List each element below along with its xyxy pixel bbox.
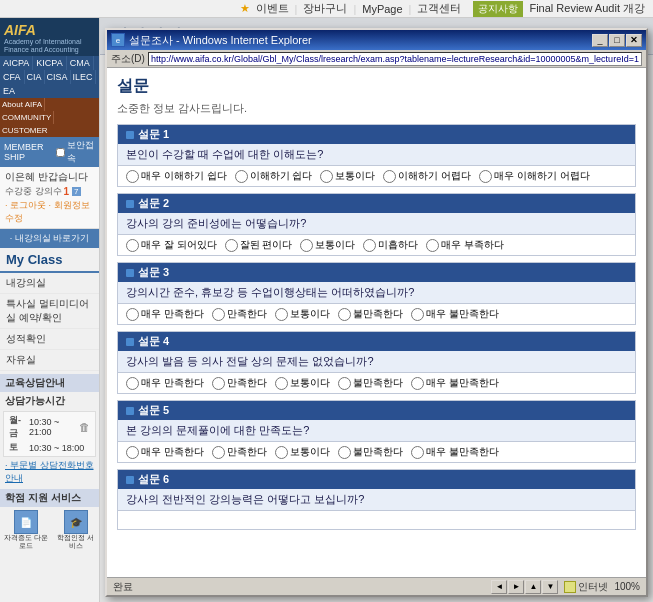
sidebar-item-grade[interactable]: 성적확인 — [0, 329, 99, 350]
option-4-3[interactable]: 보통이다 — [275, 376, 330, 390]
option-5-3[interactable]: 보통이다 — [275, 445, 330, 459]
question-options-4: 매우 만족한다 만족한다 보통이다 불만족한다 매우 불만족한다 — [118, 373, 635, 393]
save-label: 보안접속 — [67, 139, 95, 165]
education-title: 교육상담안내 — [0, 374, 99, 392]
about-tabs: About AIFA COMMUNITY CUSTOMER — [0, 98, 99, 137]
tab-cfa[interactable]: CFA — [0, 70, 25, 84]
myclass-title: My Class — [0, 248, 99, 273]
option-2-1[interactable]: 매우 잘 되어있다 — [126, 238, 217, 252]
top-bar: ★ 이벤트 | 장바구니 | MyPage | 고객센터 공지사항 Final … — [0, 0, 653, 18]
tab-cisa[interactable]: CISA — [45, 70, 71, 84]
scroll-up-btn[interactable]: ▲ — [525, 580, 541, 594]
question-header-1: 설문 1 — [118, 125, 635, 144]
scroll-right-btn[interactable]: ► — [508, 580, 524, 594]
question-block-3: 설문 3 강의시간 준수, 휴보강 등 수업이행상태는 어떠하였습니까? 매우 … — [117, 262, 636, 325]
question-text-3: 강의시간 준수, 휴보강 등 수업이행상태는 어떠하였습니까? — [118, 282, 635, 304]
ie-address-input[interactable] — [148, 52, 642, 66]
nav-tabs: AICPA KICPA CMA CFA CIA CISA ILEC EA — [0, 56, 99, 98]
ie-controls: _ □ ✕ — [592, 34, 642, 47]
option-4-1[interactable]: 매우 만족한다 — [126, 376, 204, 390]
addr-label: 주소(D) — [111, 52, 145, 66]
option-5-1[interactable]: 매우 만족한다 — [126, 445, 204, 459]
announcement-btn[interactable]: 공지사항 — [473, 1, 523, 17]
option-2-2[interactable]: 잘된 편이다 — [225, 238, 293, 252]
ie-titlebar: e 설문조사 - Windows Internet Explorer _ □ ✕ — [107, 30, 646, 50]
option-1-5[interactable]: 매우 이해하기 어렵다 — [479, 169, 590, 183]
tab-customer[interactable]: CUSTOMER — [0, 124, 50, 137]
option-4-4[interactable]: 불만족한다 — [338, 376, 403, 390]
sidebar-item-naegang[interactable]: 내강의실 — [0, 273, 99, 294]
membership-label: MEMBER SHIP — [4, 142, 54, 162]
announcement-text: Final Review Audit 개강 — [529, 1, 645, 16]
mypage-link[interactable]: MyPage — [362, 3, 402, 15]
question-options-5: 매우 만족한다 만족한다 보통이다 불만족한다 매우 불만족한다 — [118, 442, 635, 462]
sidebar-item-special[interactable]: 특사실 멀티미디어실 예약/확인 — [0, 294, 99, 329]
question-block-2: 설문 2 강사의 강의 준비성에는 어떻습니까? 매우 잘 되어있다 잘된 편이… — [117, 193, 636, 256]
sidebar-item-free[interactable]: 자유실 — [0, 350, 99, 371]
option-3-5[interactable]: 매우 불만족한다 — [411, 307, 499, 321]
ie-close-btn[interactable]: ✕ — [626, 34, 642, 47]
update-btn[interactable]: 7 — [72, 187, 80, 196]
ie-maximize-btn[interactable]: □ — [609, 34, 625, 47]
option-2-3[interactable]: 보통이다 — [300, 238, 355, 252]
trash-icon[interactable]: 🗑 — [79, 421, 90, 433]
tab-cma[interactable]: CMA — [67, 56, 94, 70]
logo: AIFA Academy of InternationalFinance and… — [0, 18, 99, 56]
scroll-arrows: ◄ ► ▲ ▼ — [491, 580, 558, 594]
tab-ilec[interactable]: ILEC — [71, 70, 96, 84]
main-content: 내강의실 🏠 My Class ▶ 내강의실 ▶ 내강의실 e — [100, 18, 653, 602]
question-text-2: 강사의 강의 준비성에는 어떻습니까? — [118, 213, 635, 235]
question-options-1: 매우 이해하기 쉽다 이해하기 쉽다 보통이다 이해하기 어렵다 매우 이해하기… — [118, 166, 635, 186]
inner-page: 내강의실 🏠 My Class ▶ 내강의실 ▶ 내강의실 e — [100, 18, 653, 602]
inquiry-link[interactable]: · 부문별 상담전화번호 안내 — [0, 458, 99, 486]
option-1-2[interactable]: 이해하기 쉽다 — [235, 169, 313, 183]
tab-community[interactable]: COMMUNITY — [0, 111, 54, 124]
profile-link[interactable]: · 로그아웃 · 회원정보수정 — [5, 199, 94, 225]
event-link[interactable]: 이벤트 — [256, 1, 289, 16]
question-options-3: 매우 만족한다 만족한다 보통이다 불만족한다 매우 불만족한다 — [118, 304, 635, 324]
myclass-btn[interactable]: · 내강의실 바로가기 — [0, 229, 99, 248]
scroll-down-btn[interactable]: ▼ — [542, 580, 558, 594]
option-1-1[interactable]: 매우 이해하기 쉽다 — [126, 169, 227, 183]
ie-zone: 인터넷 — [564, 580, 608, 594]
ie-minimize-btn[interactable]: _ — [592, 34, 608, 47]
option-2-4[interactable]: 미흡하다 — [363, 238, 418, 252]
question-text-1: 본인이 수강할 때 수업에 대한 이해도는? — [118, 144, 635, 166]
option-1-4[interactable]: 이해하기 어렵다 — [383, 169, 471, 183]
scroll-left-btn[interactable]: ◄ — [491, 580, 507, 594]
option-3-3[interactable]: 보통이다 — [275, 307, 330, 321]
ie-statusbar: 완료 ◄ ► ▲ ▼ 인터넷 100% — [107, 577, 646, 595]
option-1-3[interactable]: 보통이다 — [320, 169, 375, 183]
option-3-2[interactable]: 만족한다 — [212, 307, 267, 321]
option-5-4[interactable]: 불만족한다 — [338, 445, 403, 459]
tab-aicpa[interactable]: AICPA — [0, 56, 33, 70]
hakjuk-section: 학점 지원 서비스 📄 자격증도 다운로드 🎓 학점인정 서비스 — [0, 489, 99, 552]
question-header-6: 설문 6 — [118, 470, 635, 489]
service-item-cert[interactable]: 📄 자격증도 다운로드 — [3, 510, 49, 549]
option-5-2[interactable]: 만족한다 — [212, 445, 267, 459]
question-options-2: 매우 잘 되어있다 잘된 편이다 보통이다 미흡하다 매우 부족하다 — [118, 235, 635, 255]
ie-title-text: 설문조사 - Windows Internet Explorer — [129, 33, 312, 48]
customer-link[interactable]: 고객센터 — [417, 1, 461, 16]
zone-icon — [564, 581, 576, 593]
survey-sub: 소중한 정보 감사드립니다. — [117, 101, 636, 116]
tab-ea[interactable]: EA — [0, 84, 18, 98]
hakjuk-title: 학점 지원 서비스 — [0, 489, 99, 507]
service-item-credit[interactable]: 🎓 학점인정 서비스 — [56, 510, 96, 549]
option-5-5[interactable]: 매우 불만족한다 — [411, 445, 499, 459]
ie-status-text: 완료 — [113, 580, 133, 594]
tab-about[interactable]: About AIFA — [0, 98, 45, 111]
time-box: 월-금 10:30 ~ 21:00 🗑 토 10:30 ~ 18:00 — [3, 411, 96, 457]
question-header-2: 설문 2 — [118, 194, 635, 213]
ie-title-left: e 설문조사 - Windows Internet Explorer — [111, 33, 312, 48]
option-4-5[interactable]: 매우 불만족한다 — [411, 376, 499, 390]
save-checkbox[interactable] — [56, 148, 65, 157]
tab-cia[interactable]: CIA — [25, 70, 45, 84]
option-2-5[interactable]: 매우 부족하다 — [426, 238, 504, 252]
cart-link[interactable]: 장바구니 — [303, 1, 347, 16]
option-3-4[interactable]: 불만족한다 — [338, 307, 403, 321]
option-3-1[interactable]: 매우 만족한다 — [126, 307, 204, 321]
option-4-2[interactable]: 만족한다 — [212, 376, 267, 390]
tab-kicpa[interactable]: KICPA — [33, 56, 66, 70]
question-header-3: 설문 3 — [118, 263, 635, 282]
